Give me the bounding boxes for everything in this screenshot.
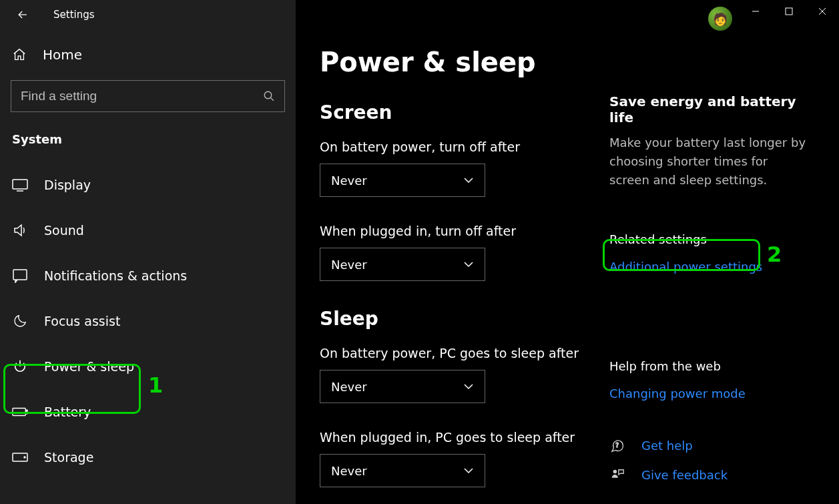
screen-battery-dropdown[interactable]: Never (320, 164, 485, 197)
sidebar-item-power-sleep[interactable]: Power & sleep (0, 344, 296, 389)
sleep-plugged-label: When plugged in, PC goes to sleep after (320, 430, 596, 445)
give-feedback-row[interactable]: Give feedback (609, 467, 810, 483)
sleep-heading: Sleep (320, 308, 596, 330)
page-title: Power & sleep (320, 47, 596, 77)
dropdown-value: Never (331, 464, 367, 478)
back-button[interactable] (9, 0, 36, 29)
help-icon: ? (609, 438, 625, 454)
moon-icon (12, 313, 28, 329)
sidebar-item-display[interactable]: Display (0, 162, 296, 208)
search-input[interactable] (21, 89, 263, 103)
feedback-icon (609, 467, 625, 483)
screen-battery-label: On battery power, turn off after (320, 140, 596, 154)
dropdown-value: Never (331, 258, 367, 272)
related-settings-heading: Related settings (609, 232, 810, 246)
sleep-plugged-dropdown[interactable]: Never (320, 454, 485, 487)
screen-heading: Screen (320, 101, 596, 123)
dropdown-value: Never (331, 380, 367, 394)
svg-point-6 (24, 457, 25, 458)
power-icon (12, 358, 28, 374)
svg-rect-2 (13, 270, 27, 280)
home-icon (12, 47, 27, 62)
svg-text:?: ? (615, 441, 619, 449)
sidebar-item-label: Display (44, 178, 91, 192)
sleep-battery-label: On battery power, PC goes to sleep after (320, 346, 596, 360)
changing-power-mode-link[interactable]: Changing power mode (609, 387, 746, 401)
content: Power & sleep Screen On battery power, t… (296, 0, 596, 504)
get-help-link[interactable]: Get help (641, 439, 693, 453)
energy-heading: Save energy and battery life (609, 93, 810, 125)
search-box[interactable] (11, 80, 285, 112)
svg-point-0 (264, 91, 272, 99)
search-container (11, 80, 285, 112)
sidebar: Settings Home System Display Sound (0, 0, 296, 504)
energy-description: Make your battery last longer by choosin… (609, 134, 810, 190)
sidebar-item-label: Notifications & actions (44, 268, 187, 283)
sidebar-category: System (0, 125, 296, 162)
sidebar-item-label: Battery (44, 405, 91, 419)
sidebar-nav: Display Sound Notifications & actions Fo… (0, 162, 296, 480)
svg-rect-3 (13, 408, 25, 415)
sleep-battery-dropdown[interactable]: Never (320, 370, 485, 403)
chevron-down-icon (463, 467, 474, 474)
svg-point-9 (613, 469, 617, 473)
dropdown-value: Never (331, 174, 367, 188)
close-icon (818, 7, 826, 15)
chevron-down-icon (463, 383, 474, 390)
sidebar-item-label: Power & sleep (44, 359, 134, 374)
search-icon (263, 90, 275, 102)
sidebar-item-sound[interactable]: Sound (0, 208, 296, 253)
notifications-icon (12, 268, 28, 284)
main: 🧑 Power & sleep Screen On battery power,… (296, 0, 839, 504)
storage-icon (12, 449, 28, 465)
screen-plugged-dropdown[interactable]: Never (320, 248, 485, 281)
right-column: Save energy and battery life Make your b… (596, 0, 810, 504)
chevron-down-icon (463, 177, 474, 184)
help-from-web-heading: Help from the web (609, 359, 810, 373)
get-help-row[interactable]: ? Get help (609, 438, 810, 454)
additional-power-settings-link[interactable]: Additional power settings (609, 260, 762, 274)
svg-rect-1 (13, 180, 27, 189)
chevron-down-icon (463, 261, 474, 268)
svg-rect-4 (26, 410, 27, 414)
sidebar-item-battery[interactable]: Battery (0, 389, 296, 435)
arrow-left-icon (16, 8, 29, 21)
display-icon (12, 177, 28, 193)
sidebar-item-notifications[interactable]: Notifications & actions (0, 253, 296, 298)
app-title: Settings (53, 9, 95, 21)
sidebar-item-label: Focus assist (44, 314, 120, 328)
sidebar-item-label: Storage (44, 450, 93, 465)
give-feedback-link[interactable]: Give feedback (641, 468, 728, 482)
home-label: Home (43, 47, 82, 63)
sidebar-home[interactable]: Home (0, 29, 296, 80)
sidebar-header: Settings (0, 0, 296, 29)
sidebar-item-storage[interactable]: Storage (0, 435, 296, 480)
sound-icon (12, 222, 28, 238)
sidebar-item-focus-assist[interactable]: Focus assist (0, 298, 296, 344)
screen-plugged-label: When plugged in, turn off after (320, 224, 596, 238)
battery-icon (12, 404, 28, 420)
sidebar-item-label: Sound (44, 223, 84, 238)
close-button[interactable] (806, 0, 839, 23)
